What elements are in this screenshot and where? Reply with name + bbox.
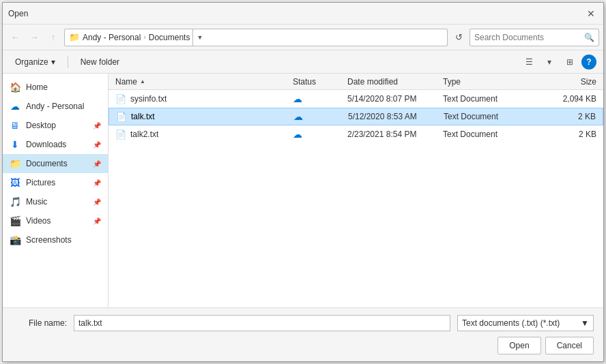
open-dialog: Open ✕ ← → ↑ 📁 Andy - Personal › Documen… <box>2 2 604 362</box>
view-dropdown-button[interactable]: ▾ <box>540 53 558 71</box>
new-folder-label: New folder <box>81 57 119 67</box>
videos-icon: 🎬 <box>10 215 20 226</box>
file-date-sysinfo: 5/14/2020 8:07 PM <box>347 94 443 104</box>
column-status-label: Status <box>293 77 316 87</box>
toolbar: Organize ▾ New folder ☰ ▾ ⊞ ? <box>3 50 603 74</box>
file-date-talk: 5/12/2020 8:53 AM <box>348 112 444 121</box>
folder-screenshots-icon: 📸 <box>10 234 20 245</box>
pin-music-icon: 📌 <box>93 198 101 206</box>
file-name-talk: talk.txt <box>131 112 293 121</box>
filetype-dropdown[interactable]: Text documents (.txt) (*.txt) ▼ <box>457 315 594 331</box>
folder-downloads-icon: ⬇ <box>10 139 20 150</box>
sidebar-item-downloads[interactable]: ⬇ Downloads 📌 <box>3 135 108 154</box>
footer: File name: Text documents (.txt) (*.txt)… <box>3 307 603 361</box>
view-grid-icon: ⊞ <box>566 57 573 67</box>
file-status-talk: ☁ <box>293 111 348 122</box>
column-status[interactable]: Status <box>293 77 347 87</box>
close-button[interactable]: ✕ <box>584 7 598 20</box>
file-icon-talk: 📄 <box>116 111 127 122</box>
dialog-title: Open <box>8 9 28 18</box>
folder-desktop-icon: 🖥 <box>10 120 20 131</box>
title-bar: Open ✕ <box>3 3 603 25</box>
filename-input[interactable] <box>74 315 450 331</box>
file-list-header: Name ▲ Status Date modified Type Size <box>109 74 603 90</box>
table-row[interactable]: 📄 talk.txt ☁ 5/12/2020 8:53 AM Text Docu… <box>109 108 603 125</box>
sidebar: 🏠 Home ☁ Andy - Personal 🖥 Desktop 📌 ⬇ D… <box>3 74 109 307</box>
footer-buttons: Open Cancel <box>497 337 594 354</box>
filename-label: File name: <box>12 318 67 328</box>
view-dropdown-arrow: ▾ <box>547 57 551 67</box>
search-box: 🔍 <box>470 29 599 46</box>
file-type-talk: Text Document <box>444 112 532 121</box>
file-name-talk2: talk2.txt <box>130 130 293 139</box>
filetype-value: Text documents (.txt) (*.txt) <box>462 318 560 328</box>
column-name-label: Name <box>115 77 137 87</box>
file-date-talk2: 2/23/2021 8:54 PM <box>347 130 443 139</box>
cloud-sync-icon-talk2: ☁ <box>293 129 302 140</box>
sidebar-item-desktop[interactable]: 🖥 Desktop 📌 <box>3 116 108 135</box>
sidebar-label-documents: Documents <box>26 159 87 168</box>
view-menu-icon: ☰ <box>525 57 533 67</box>
open-button[interactable]: Open <box>497 337 540 354</box>
column-type[interactable]: Type <box>443 77 532 87</box>
address-dropdown-button[interactable]: ▼ <box>192 29 206 46</box>
table-row[interactable]: 📄 sysinfo.txt ☁ 5/14/2020 8:07 PM Text D… <box>109 90 603 108</box>
sidebar-item-screenshots[interactable]: 📸 Screenshots <box>3 230 108 249</box>
forward-button[interactable]: → <box>26 29 42 46</box>
address-input[interactable]: 📁 Andy - Personal › Documents ▼ <box>64 29 448 46</box>
pin-videos-icon: 📌 <box>93 217 101 225</box>
pin-downloads-icon: 📌 <box>93 141 101 149</box>
file-size-sysinfo: 2,094 KB <box>532 94 596 104</box>
footer-buttons-row: Open Cancel <box>12 337 594 354</box>
sidebar-label-desktop: Desktop <box>26 121 87 130</box>
file-type-talk2: Text Document <box>443 130 532 139</box>
column-date-modified[interactable]: Date modified <box>347 77 443 87</box>
column-size[interactable]: Size <box>532 77 596 87</box>
file-name-sysinfo: sysinfo.txt <box>130 94 293 104</box>
column-name[interactable]: Name ▲ <box>115 77 293 87</box>
back-button[interactable]: ← <box>7 29 23 46</box>
view-grid-button[interactable]: ⊞ <box>561 53 579 71</box>
cancel-button[interactable]: Cancel <box>545 337 594 354</box>
file-type-sysinfo: Text Document <box>443 94 532 104</box>
home-icon: 🏠 <box>10 82 20 93</box>
help-icon: ? <box>586 57 591 67</box>
breadcrumb-part-1: Andy - Personal <box>83 33 141 42</box>
toolbar-right: ☰ ▾ ⊞ ? <box>520 53 596 71</box>
sidebar-item-pictures[interactable]: 🖼 Pictures 📌 <box>3 173 108 192</box>
sidebar-label-pictures: Pictures <box>26 178 87 187</box>
column-size-label: Size <box>581 77 596 87</box>
refresh-button[interactable]: ↺ <box>450 29 467 46</box>
help-button[interactable]: ? <box>581 55 596 70</box>
file-list: Name ▲ Status Date modified Type Size <box>109 74 603 307</box>
sidebar-item-home[interactable]: 🏠 Home <box>3 78 108 97</box>
table-row[interactable]: 📄 talk2.txt ☁ 2/23/2021 8:54 PM Text Doc… <box>109 125 603 143</box>
search-input[interactable] <box>474 33 581 42</box>
up-button[interactable]: ↑ <box>45 29 61 46</box>
new-folder-button[interactable]: New folder <box>75 54 125 70</box>
file-size-talk: 2 KB <box>532 112 596 121</box>
cloud-icon: ☁ <box>10 101 20 112</box>
sidebar-item-andy-personal[interactable]: ☁ Andy - Personal <box>3 97 108 116</box>
address-icon: 📁 <box>69 32 80 42</box>
sidebar-item-music[interactable]: 🎵 Music 📌 <box>3 192 108 211</box>
sidebar-item-videos[interactable]: 🎬 Videos 📌 <box>3 211 108 230</box>
breadcrumb-chevron-1: › <box>143 33 145 41</box>
breadcrumb-part-2: Documents <box>149 33 190 42</box>
view-menu-button[interactable]: ☰ <box>520 53 538 71</box>
sidebar-label-downloads: Downloads <box>26 140 87 149</box>
organize-button[interactable]: Organize ▾ <box>10 54 61 70</box>
sidebar-item-documents[interactable]: 📁 Documents 📌 <box>3 154 108 173</box>
file-status-sysinfo: ☁ <box>293 93 347 104</box>
sort-arrow-icon: ▲ <box>140 78 145 85</box>
folder-documents-icon: 📁 <box>10 158 20 169</box>
address-bar: ← → ↑ 📁 Andy - Personal › Documents ▼ ↺ … <box>3 25 603 50</box>
sidebar-label-videos: Videos <box>26 216 87 226</box>
column-date-label: Date modified <box>347 77 398 87</box>
cloud-sync-icon-talk: ☁ <box>293 111 303 122</box>
organize-label: Organize <box>15 57 48 67</box>
toolbar-separator <box>68 56 68 68</box>
sidebar-label-music: Music <box>26 197 87 207</box>
sidebar-label-home: Home <box>26 82 101 92</box>
pin-documents-icon: 📌 <box>93 160 101 168</box>
